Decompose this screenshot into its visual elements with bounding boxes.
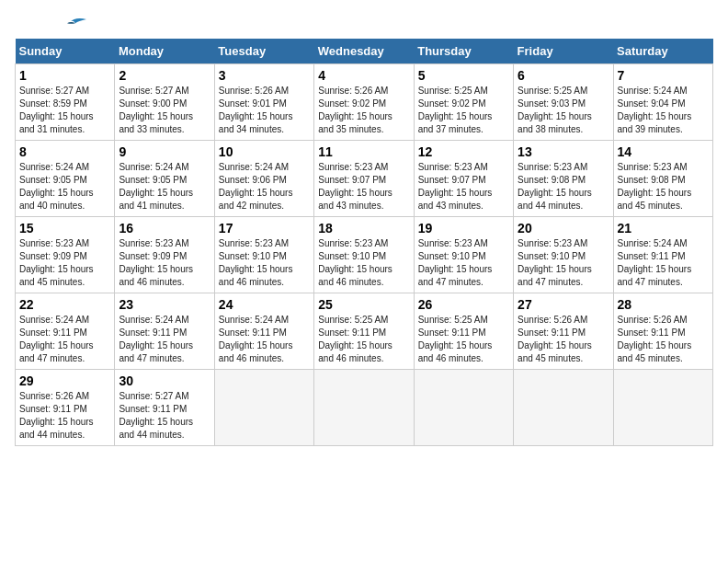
logo <box>15 15 86 29</box>
calendar-cell: 10Sunrise: 5:24 AMSunset: 9:06 PMDayligh… <box>214 141 313 217</box>
day-detail: Sunrise: 5:23 AMSunset: 9:10 PMDaylight:… <box>318 237 409 289</box>
calendar-cell: 27Sunrise: 5:26 AMSunset: 9:11 PMDayligh… <box>514 293 613 370</box>
calendar-cell: 3Sunrise: 5:26 AMSunset: 9:01 PMDaylight… <box>214 64 313 141</box>
calendar-cell: 20Sunrise: 5:23 AMSunset: 9:10 PMDayligh… <box>514 217 613 293</box>
day-number: 1 <box>19 68 110 83</box>
day-detail: Sunrise: 5:24 AMSunset: 9:11 PMDaylight:… <box>19 314 110 365</box>
week-row-5: 29Sunrise: 5:26 AMSunset: 9:11 PMDayligh… <box>16 370 713 446</box>
logo-bird-icon <box>59 15 86 29</box>
calendar-cell: 5Sunrise: 5:25 AMSunset: 9:02 PMDaylight… <box>414 64 513 141</box>
day-detail: Sunrise: 5:24 AMSunset: 9:11 PMDaylight:… <box>618 237 709 289</box>
day-detail: Sunrise: 5:24 AMSunset: 9:04 PMDaylight:… <box>618 85 709 136</box>
day-number: 27 <box>518 297 609 312</box>
day-number: 15 <box>19 221 110 236</box>
header <box>15 15 713 29</box>
calendar-cell: 19Sunrise: 5:23 AMSunset: 9:10 PMDayligh… <box>414 217 513 293</box>
day-detail: Sunrise: 5:23 AMSunset: 9:10 PMDaylight:… <box>418 237 509 289</box>
day-number: 25 <box>318 297 409 312</box>
header-monday: Monday <box>115 39 214 64</box>
day-number: 10 <box>219 144 310 159</box>
day-number: 26 <box>418 297 509 312</box>
day-detail: Sunrise: 5:25 AMSunset: 9:11 PMDaylight:… <box>418 314 509 365</box>
day-detail: Sunrise: 5:25 AMSunset: 9:02 PMDaylight:… <box>418 85 509 136</box>
day-number: 28 <box>618 297 709 312</box>
day-detail: Sunrise: 5:24 AMSunset: 9:05 PMDaylight:… <box>119 161 210 213</box>
header-sunday: Sunday <box>16 39 115 64</box>
day-detail: Sunrise: 5:23 AMSunset: 9:10 PMDaylight:… <box>518 237 609 289</box>
calendar-table: SundayMondayTuesdayWednesdayThursdayFrid… <box>15 39 713 446</box>
calendar-cell: 23Sunrise: 5:24 AMSunset: 9:11 PMDayligh… <box>115 293 214 370</box>
calendar-cell: 9Sunrise: 5:24 AMSunset: 9:05 PMDaylight… <box>115 141 214 217</box>
day-number: 8 <box>19 144 110 159</box>
day-detail: Sunrise: 5:26 AMSunset: 9:01 PMDaylight:… <box>219 85 310 136</box>
day-number: 13 <box>518 144 609 159</box>
day-number: 2 <box>119 68 210 83</box>
day-detail: Sunrise: 5:26 AMSunset: 9:11 PMDaylight:… <box>518 314 609 365</box>
day-number: 7 <box>618 68 709 83</box>
header-thursday: Thursday <box>414 39 513 64</box>
day-number: 23 <box>119 297 210 312</box>
calendar-cell <box>613 370 712 446</box>
day-number: 6 <box>518 68 609 83</box>
day-number: 9 <box>119 144 210 159</box>
day-detail: Sunrise: 5:26 AMSunset: 9:11 PMDaylight:… <box>19 390 110 442</box>
day-detail: Sunrise: 5:23 AMSunset: 9:08 PMDaylight:… <box>618 161 709 213</box>
calendar-cell: 7Sunrise: 5:24 AMSunset: 9:04 PMDaylight… <box>613 64 712 141</box>
day-number: 5 <box>418 68 509 83</box>
calendar-cell: 30Sunrise: 5:27 AMSunset: 9:11 PMDayligh… <box>115 370 214 446</box>
calendar-cell: 15Sunrise: 5:23 AMSunset: 9:09 PMDayligh… <box>16 217 115 293</box>
calendar-cell: 21Sunrise: 5:24 AMSunset: 9:11 PMDayligh… <box>613 217 712 293</box>
day-detail: Sunrise: 5:24 AMSunset: 9:05 PMDaylight:… <box>19 161 110 213</box>
day-detail: Sunrise: 5:23 AMSunset: 9:09 PMDaylight:… <box>119 237 210 289</box>
calendar-cell: 29Sunrise: 5:26 AMSunset: 9:11 PMDayligh… <box>16 370 115 446</box>
day-detail: Sunrise: 5:27 AMSunset: 9:11 PMDaylight:… <box>119 390 210 442</box>
calendar-cell: 24Sunrise: 5:24 AMSunset: 9:11 PMDayligh… <box>214 293 313 370</box>
calendar-cell: 18Sunrise: 5:23 AMSunset: 9:10 PMDayligh… <box>314 217 414 293</box>
day-number: 29 <box>19 373 110 388</box>
week-row-3: 15Sunrise: 5:23 AMSunset: 9:09 PMDayligh… <box>16 217 713 293</box>
calendar-cell: 13Sunrise: 5:23 AMSunset: 9:08 PMDayligh… <box>514 141 613 217</box>
calendar-cell: 6Sunrise: 5:25 AMSunset: 9:03 PMDaylight… <box>514 64 613 141</box>
day-detail: Sunrise: 5:25 AMSunset: 9:11 PMDaylight:… <box>318 314 409 365</box>
day-detail: Sunrise: 5:26 AMSunset: 9:02 PMDaylight:… <box>318 85 409 136</box>
day-number: 16 <box>119 221 210 236</box>
day-detail: Sunrise: 5:26 AMSunset: 9:11 PMDaylight:… <box>618 314 709 365</box>
day-detail: Sunrise: 5:23 AMSunset: 9:10 PMDaylight:… <box>219 237 310 289</box>
calendar-cell: 4Sunrise: 5:26 AMSunset: 9:02 PMDaylight… <box>314 64 414 141</box>
day-number: 14 <box>618 144 709 159</box>
day-detail: Sunrise: 5:27 AMSunset: 8:59 PMDaylight:… <box>19 85 110 136</box>
day-number: 20 <box>518 221 609 236</box>
header-wednesday: Wednesday <box>314 39 414 64</box>
day-detail: Sunrise: 5:23 AMSunset: 9:07 PMDaylight:… <box>418 161 509 213</box>
day-detail: Sunrise: 5:23 AMSunset: 9:08 PMDaylight:… <box>518 161 609 213</box>
day-number: 12 <box>418 144 509 159</box>
calendar-cell <box>214 370 313 446</box>
header-friday: Friday <box>514 39 613 64</box>
calendar-cell: 17Sunrise: 5:23 AMSunset: 9:10 PMDayligh… <box>214 217 313 293</box>
day-number: 4 <box>318 68 409 83</box>
header-saturday: Saturday <box>613 39 712 64</box>
day-number: 18 <box>318 221 409 236</box>
calendar-cell: 11Sunrise: 5:23 AMSunset: 9:07 PMDayligh… <box>314 141 414 217</box>
day-number: 22 <box>19 297 110 312</box>
header-tuesday: Tuesday <box>214 39 313 64</box>
day-number: 11 <box>318 144 409 159</box>
day-number: 17 <box>219 221 310 236</box>
calendar-cell: 8Sunrise: 5:24 AMSunset: 9:05 PMDaylight… <box>16 141 115 217</box>
calendar-header-row: SundayMondayTuesdayWednesdayThursdayFrid… <box>16 39 713 64</box>
day-detail: Sunrise: 5:25 AMSunset: 9:03 PMDaylight:… <box>518 85 609 136</box>
day-detail: Sunrise: 5:24 AMSunset: 9:11 PMDaylight:… <box>119 314 210 365</box>
calendar-cell: 1Sunrise: 5:27 AMSunset: 8:59 PMDaylight… <box>16 64 115 141</box>
day-detail: Sunrise: 5:24 AMSunset: 9:11 PMDaylight:… <box>219 314 310 365</box>
calendar-cell <box>314 370 414 446</box>
calendar-cell: 14Sunrise: 5:23 AMSunset: 9:08 PMDayligh… <box>613 141 712 217</box>
calendar-cell: 16Sunrise: 5:23 AMSunset: 9:09 PMDayligh… <box>115 217 214 293</box>
calendar-cell: 26Sunrise: 5:25 AMSunset: 9:11 PMDayligh… <box>414 293 513 370</box>
day-number: 3 <box>219 68 310 83</box>
day-number: 30 <box>119 373 210 388</box>
week-row-4: 22Sunrise: 5:24 AMSunset: 9:11 PMDayligh… <box>16 293 713 370</box>
week-row-2: 8Sunrise: 5:24 AMSunset: 9:05 PMDaylight… <box>16 141 713 217</box>
calendar-cell: 2Sunrise: 5:27 AMSunset: 9:00 PMDaylight… <box>115 64 214 141</box>
calendar-cell: 22Sunrise: 5:24 AMSunset: 9:11 PMDayligh… <box>16 293 115 370</box>
day-detail: Sunrise: 5:23 AMSunset: 9:07 PMDaylight:… <box>318 161 409 213</box>
